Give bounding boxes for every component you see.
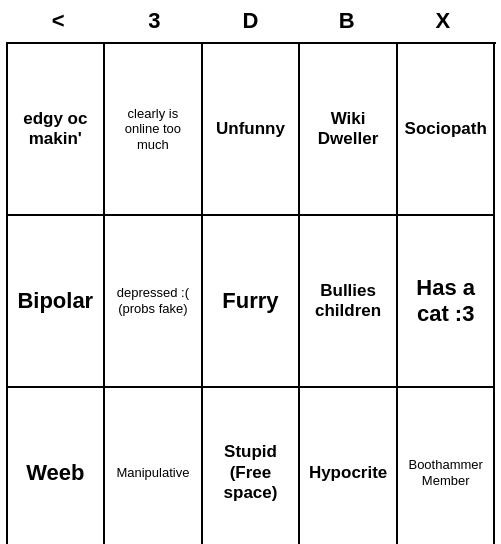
table-cell-5: Bipolar	[8, 216, 106, 388]
table-cell-14: Boothammer Member	[398, 388, 496, 544]
table-cell-1: clearly is online too much	[105, 44, 203, 216]
table-cell-12: Stupid (Free space)	[203, 388, 301, 544]
header: < 3 D B X	[0, 0, 501, 42]
col-header-5: X	[395, 8, 491, 34]
table-cell-11: Manipulative	[105, 388, 203, 544]
table-cell-3: Wiki Dweller	[300, 44, 398, 216]
table-cell-2: Unfunny	[203, 44, 301, 216]
table-cell-10: Weeb	[8, 388, 106, 544]
col-header-4: B	[299, 8, 395, 34]
table-cell-4: Sociopath	[398, 44, 496, 216]
table-cell-8: Bullies children	[300, 216, 398, 388]
col-header-2: 3	[106, 8, 202, 34]
table-cell-7: Furry	[203, 216, 301, 388]
bingo-grid: edgy oc makin'clearly is online too much…	[6, 42, 496, 544]
col-header-1: <	[10, 8, 106, 34]
table-cell-13: Hypocrite	[300, 388, 398, 544]
table-cell-6: depressed :( (probs fake)	[105, 216, 203, 388]
col-header-3: D	[202, 8, 298, 34]
table-cell-9: Has a cat :3	[398, 216, 496, 388]
table-cell-0: edgy oc makin'	[8, 44, 106, 216]
